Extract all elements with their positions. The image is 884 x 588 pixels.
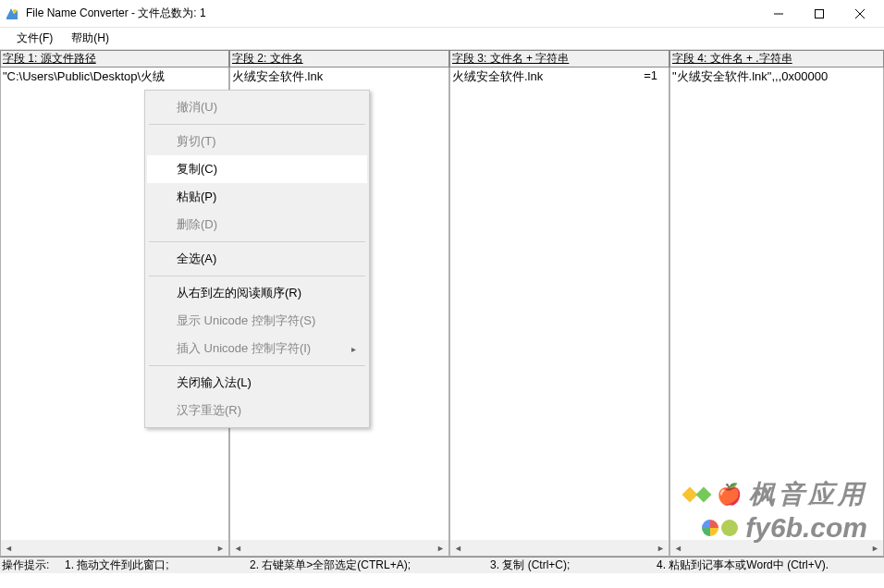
status-step-3: 3. 复制 (Ctrl+C); (490, 557, 657, 573)
scroll-left-icon[interactable]: ◄ (450, 540, 466, 556)
column-4-body[interactable]: "火绒安全软件.lnk",,,0x00000 ◄ ► (669, 67, 884, 557)
column-3-header: 字段 3: 文件名 + 字符串 (449, 51, 669, 67)
ctx-copy[interactable]: 复制(C) (147, 155, 367, 183)
titlebar: File Name Converter - 文件总数为: 1 (0, 0, 884, 28)
column-3-scrollbar[interactable]: ◄ ► (450, 540, 669, 556)
ctx-separator (149, 365, 365, 366)
ctx-separator (149, 124, 365, 125)
scroll-track[interactable] (17, 540, 213, 556)
status-step-1: 1. 拖动文件到此窗口; (65, 557, 250, 573)
ctx-paste[interactable]: 粘贴(P) (147, 183, 367, 211)
ctx-show-unicode[interactable]: 显示 Unicode 控制字符(S) (147, 307, 367, 335)
ctx-select-all[interactable]: 全选(A) (147, 245, 367, 273)
column-2-header: 字段 2: 文件名 (229, 51, 449, 67)
menubar: 文件(F) 帮助(H) (0, 28, 884, 50)
column-3-line: 火绒安全软件.lnk =1 (452, 68, 667, 83)
svg-point-1 (13, 9, 17, 13)
column-4-line: "火绒安全软件.lnk",,,0x00000 (672, 68, 881, 83)
maximize-button[interactable] (799, 1, 840, 27)
ctx-rtl-reading[interactable]: 从右到左的阅读顺序(R) (147, 279, 367, 307)
menu-help[interactable]: 帮助(H) (62, 29, 118, 48)
column-2-scrollbar[interactable]: ◄ ► (230, 540, 448, 556)
ctx-delete[interactable]: 删除(D) (147, 211, 367, 239)
column-3-body[interactable]: 火绒安全软件.lnk =1 ◄ ► (449, 67, 669, 557)
svg-rect-3 (816, 9, 824, 18)
app-icon (4, 6, 20, 22)
column-2-line: 火绒安全软件.lnk (232, 68, 447, 83)
column-3-text: 火绒安全软件.lnk (452, 68, 543, 83)
ctx-cut[interactable]: 剪切(T) (147, 128, 367, 155)
ctx-separator (149, 241, 365, 242)
window-title: File Name Converter - 文件总数为: 1 (26, 6, 758, 21)
scroll-right-icon[interactable]: ► (213, 540, 228, 556)
column-4: 字段 4: 文件名 + .字符串 "火绒安全软件.lnk",,,0x00000 … (669, 51, 884, 557)
ctx-undo[interactable]: 撤消(U) (147, 93, 367, 121)
column-1-scrollbar[interactable]: ◄ ► (1, 540, 228, 556)
close-button[interactable] (840, 1, 880, 27)
ctx-insert-unicode[interactable]: 插入 Unicode 控制字符(I) (147, 335, 367, 362)
statusbar: 操作提示: 1. 拖动文件到此窗口; 2. 右键菜单>全部选定(CTRL+A);… (0, 557, 884, 573)
column-1-header: 字段 1: 源文件路径 (0, 51, 229, 67)
window-controls (758, 1, 880, 27)
column-3-eq: =1 (644, 68, 657, 83)
column-3: 字段 3: 文件名 + 字符串 火绒安全软件.lnk =1 ◄ ► (449, 51, 669, 557)
ctx-separator (149, 276, 365, 276)
status-step-2: 2. 右键菜单>全部选定(CTRL+A); (250, 557, 490, 573)
scroll-track[interactable] (246, 540, 433, 556)
status-step-4: 4. 粘贴到记事本或Word中 (Ctrl+V). (657, 557, 884, 573)
scroll-left-icon[interactable]: ◄ (1, 540, 17, 556)
menu-file[interactable]: 文件(F) (7, 29, 62, 48)
ctx-close-ime[interactable]: 关闭输入法(L) (147, 369, 367, 397)
scroll-left-icon[interactable]: ◄ (670, 540, 686, 556)
scroll-right-icon[interactable]: ► (867, 540, 883, 556)
main-columns: 字段 1: 源文件路径 "C:\Users\Public\Desktop\火绒 … (0, 50, 884, 557)
context-menu: 撤消(U) 剪切(T) 复制(C) 粘贴(P) 删除(D) 全选(A) 从右到左… (144, 90, 370, 428)
scroll-track[interactable] (466, 540, 653, 556)
minimize-button[interactable] (758, 1, 799, 27)
scroll-track[interactable] (686, 540, 867, 556)
status-label: 操作提示: (0, 557, 65, 573)
scroll-right-icon[interactable]: ► (653, 540, 669, 556)
column-1-line: "C:\Users\Public\Desktop\火绒 (3, 68, 227, 83)
scroll-right-icon[interactable]: ► (433, 540, 448, 556)
column-4-header: 字段 4: 文件名 + .字符串 (669, 51, 884, 67)
ctx-reconvert[interactable]: 汉字重选(R) (147, 397, 367, 424)
scroll-left-icon[interactable]: ◄ (230, 540, 246, 556)
column-4-scrollbar[interactable]: ◄ ► (670, 540, 883, 556)
